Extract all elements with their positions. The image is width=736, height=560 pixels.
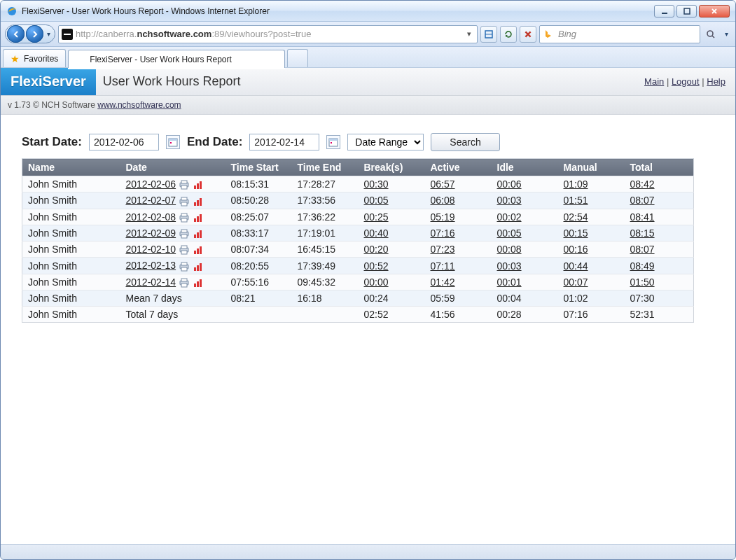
cell-time-end: 17:36:22	[292, 209, 359, 225]
value-link[interactable]: 06:57	[431, 178, 455, 190]
value-link[interactable]: 00:25	[364, 211, 389, 223]
value-link[interactable]: 00:44	[564, 260, 588, 272]
chart-icon[interactable]	[193, 245, 204, 255]
date-link[interactable]: 2012-02-06	[126, 178, 176, 190]
link-main[interactable]: Main	[644, 76, 664, 87]
cell-break: 02:52	[359, 307, 425, 323]
value-link[interactable]: 05:19	[431, 211, 455, 223]
cell-date: 2012-02-13	[120, 258, 225, 274]
link-help[interactable]: Help	[707, 76, 725, 87]
bing-icon	[543, 29, 554, 40]
new-tab-button[interactable]	[287, 49, 308, 67]
value-link[interactable]: 08:49	[630, 260, 655, 272]
table-row: John Smith2012-02-0608:15:3117:28:2700:3…	[22, 176, 694, 192]
value-link[interactable]: 07:16	[431, 227, 455, 239]
date-range-select[interactable]: Date Range	[347, 134, 424, 150]
tab-active[interactable]: FlexiServer - User Work Hours Report	[68, 50, 285, 68]
date-link[interactable]: 2012-02-08	[126, 211, 176, 223]
print-icon[interactable]	[179, 229, 190, 239]
value-link[interactable]: 00:07	[564, 276, 588, 288]
start-calendar-icon[interactable]	[166, 135, 180, 149]
search-provider-label: Bing	[558, 29, 576, 39]
stop-button[interactable]	[520, 26, 536, 43]
chart-icon[interactable]	[193, 262, 204, 272]
date-link[interactable]: 2012-02-07	[126, 195, 176, 206]
search-go-button[interactable]	[703, 27, 718, 42]
value-link[interactable]: 07:23	[431, 244, 455, 255]
cell-manual: 01:09	[558, 176, 625, 192]
refresh-button[interactable]	[500, 26, 517, 43]
print-icon[interactable]	[179, 180, 190, 190]
value-link[interactable]: 00:16	[564, 244, 588, 255]
cell-time-start: 08:20:55	[225, 258, 292, 274]
value-link[interactable]: 00:06	[497, 178, 522, 190]
value-link[interactable]: 08:42	[630, 178, 655, 190]
cell-active: 07:16	[425, 225, 492, 241]
value-link[interactable]: 08:07	[630, 244, 655, 255]
compat-view-button[interactable]	[480, 26, 497, 43]
maximize-button[interactable]	[676, 5, 697, 18]
print-icon[interactable]	[179, 245, 190, 255]
cell-break: 00:00	[359, 274, 425, 290]
vendor-link[interactable]: www.nchsoftware.com	[97, 100, 181, 110]
history-dropdown[interactable]: ▾	[43, 30, 53, 38]
value-link[interactable]: 06:08	[431, 195, 455, 206]
value-link[interactable]: 00:03	[497, 195, 522, 206]
link-logout[interactable]: Logout	[672, 76, 700, 87]
close-button[interactable]	[699, 5, 730, 18]
minimize-button[interactable]	[654, 5, 674, 18]
cell-break: 00:05	[359, 192, 425, 209]
back-button[interactable]	[7, 25, 25, 43]
value-link[interactable]: 00:30	[364, 178, 389, 190]
value-link[interactable]: 00:02	[497, 211, 522, 223]
chart-icon[interactable]	[193, 180, 204, 190]
table-row: John Smith2012-02-1407:55:1609:45:3200:0…	[22, 274, 694, 290]
print-icon[interactable]	[179, 197, 190, 206]
print-icon[interactable]	[179, 213, 190, 223]
start-date-input[interactable]	[89, 134, 159, 150]
forward-button[interactable]	[26, 25, 43, 43]
page-content: FlexiServer User Work Hours Report Main …	[1, 68, 735, 544]
value-link[interactable]: 00:52	[364, 260, 389, 272]
cell-manual: 00:44	[558, 258, 625, 274]
value-link[interactable]: 08:41	[630, 211, 655, 223]
date-link[interactable]: 2012-02-14	[126, 276, 176, 288]
address-dropdown-icon[interactable]: ▾	[464, 29, 474, 38]
date-link[interactable]: 2012-02-09	[126, 227, 176, 239]
chart-icon[interactable]	[193, 213, 204, 223]
value-link[interactable]: 08:15	[630, 227, 655, 239]
cell-total: 01:50	[625, 274, 694, 290]
print-icon[interactable]	[179, 262, 190, 272]
value-link[interactable]: 02:54	[564, 211, 588, 223]
chart-icon[interactable]	[193, 229, 204, 239]
value-link[interactable]: 00:20	[364, 244, 389, 255]
cell-total: 08:42	[625, 176, 694, 192]
value-link[interactable]: 00:40	[364, 227, 389, 239]
value-link[interactable]: 00:01	[497, 276, 522, 288]
value-link[interactable]: 00:05	[497, 227, 522, 239]
favorites-button[interactable]: ★ Favorites	[3, 49, 66, 67]
date-link[interactable]: 2012-02-10	[126, 244, 176, 255]
value-link[interactable]: 00:08	[497, 244, 522, 255]
cell-total: 08:07	[625, 241, 694, 258]
value-link[interactable]: 00:15	[564, 227, 588, 239]
date-link[interactable]: 2012-02-13	[126, 260, 176, 271]
search-box[interactable]: Bing	[539, 25, 700, 43]
chart-icon[interactable]	[193, 278, 204, 288]
value-link[interactable]: 01:50	[630, 276, 655, 288]
value-link[interactable]: 07:11	[431, 260, 455, 272]
value-link[interactable]: 00:00	[364, 276, 389, 288]
value-link[interactable]: 01:51	[564, 195, 588, 206]
end-date-input[interactable]	[249, 134, 319, 150]
end-calendar-icon[interactable]	[326, 135, 340, 149]
search-dropdown[interactable]: ▾	[721, 30, 731, 38]
print-icon[interactable]	[179, 278, 190, 288]
search-button[interactable]: Search	[431, 133, 499, 151]
value-link[interactable]: 08:07	[630, 195, 655, 206]
address-bar[interactable]: http://canberra.nchsoftware.com:89/viewh…	[58, 25, 478, 43]
value-link[interactable]: 01:42	[431, 276, 455, 288]
chart-icon[interactable]	[193, 197, 204, 206]
value-link[interactable]: 01:09	[564, 178, 588, 190]
value-link[interactable]: 00:03	[497, 260, 522, 272]
value-link[interactable]: 00:05	[364, 195, 389, 206]
